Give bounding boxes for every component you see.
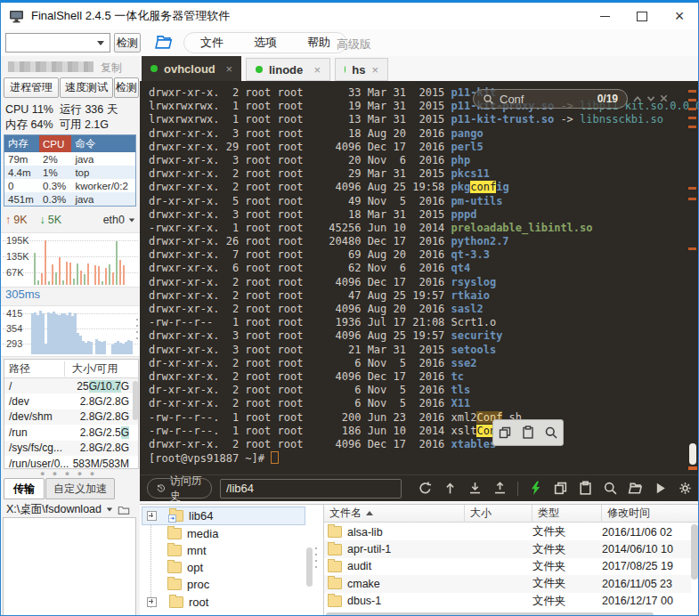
chevron-down-icon[interactable] [97, 41, 104, 45]
menu-help[interactable]: 帮助 [307, 35, 330, 51]
interface-selector[interactable]: eth0 [103, 214, 125, 226]
terminal-line: drwxr-xr-x. 3 root root 18 Mar 31 2015 p… [149, 208, 699, 222]
disk-row[interactable]: /run2.8G/2.5G [4, 425, 138, 440]
paste-icon[interactable] [578, 481, 593, 496]
remote-path-input[interactable] [220, 479, 402, 498]
tree-table-splitter[interactable] [315, 547, 317, 568]
folder-open-icon[interactable] [628, 481, 643, 496]
download-bar [59, 257, 61, 285]
terminal[interactable]: drwxr-xr-x. 2 root root 33 Mar 31 2015 p… [140, 81, 699, 474]
session-tab-linode[interactable]: linode× [246, 58, 330, 81]
file-col-2[interactable]: 类型 [532, 505, 602, 523]
terminal-scrollbar[interactable] [689, 443, 696, 465]
search-match-marker [688, 198, 696, 200]
tree-item-opt[interactable]: opt [147, 559, 203, 577]
refresh-icon[interactable] [418, 481, 433, 496]
history-button[interactable]: 访问历史 [147, 478, 212, 498]
disk-row[interactable]: /run/user/0...583M/583M [4, 456, 138, 469]
chevron-down-icon[interactable] [107, 508, 112, 512]
process-row[interactable]: 79m2%java [4, 152, 136, 166]
terminal-line: drwxr-xr-x. 2 root root 29 Mar 31 2015 p… [149, 167, 699, 181]
process-row[interactable]: 00.3%kworker/0:2 [4, 179, 136, 192]
terminal-line: dr-xr-xr-x. 2 root root 6 Nov 5 2016 X11 [149, 397, 699, 410]
terminal-line: drwxr-xr-x. 7 root root 69 Aug 20 2016 q… [149, 248, 699, 262]
process-row[interactable]: 4.4m1%top [4, 166, 136, 179]
expander-icon[interactable] [147, 511, 157, 521]
process-col-1[interactable]: CPU [39, 135, 71, 153]
file-row-audit[interactable]: audit文件夹2017/08/25 19 [324, 558, 691, 575]
memory-stats: 内存 64% 可用 2.1G [5, 118, 109, 133]
detect-button[interactable]: 检测 [114, 33, 141, 53]
file-col-3[interactable]: 修改时间 [602, 505, 699, 523]
file-row-cmake[interactable]: cmake文件夹2016/11/05 23 [324, 575, 691, 592]
disk-row[interactable]: /25G/10.7G [4, 378, 138, 393]
search-close-icon[interactable] [658, 93, 670, 104]
disk-table-scrollbar[interactable] [133, 381, 138, 420]
open-connection-folder-icon[interactable] [154, 34, 174, 50]
maximize-button[interactable] [623, 4, 661, 28]
sidebar-splitter[interactable] [136, 319, 138, 339]
session-tab-hs[interactable]: hs× [335, 58, 388, 81]
disk-row[interactable]: /sys/fs/cg...2.8G/2.8G [4, 441, 138, 456]
tree-item-media[interactable]: media [147, 524, 218, 542]
file-table-hscrollbar[interactable] [326, 612, 654, 616]
tab-close-icon[interactable]: × [313, 63, 321, 77]
tree-item-proc[interactable]: proc [147, 576, 209, 594]
process-col-2[interactable]: 命令 [71, 135, 135, 153]
process-manager-button[interactable]: 进程管理 [4, 77, 59, 98]
copy-icon[interactable] [498, 426, 512, 440]
advanced-version-label[interactable]: 高级版 [337, 36, 371, 53]
close-button[interactable]: × [661, 4, 698, 28]
up-icon[interactable] [443, 481, 458, 496]
tree-item-mnt[interactable]: mnt [147, 542, 207, 560]
session-tab-ovhcloud[interactable]: ovhcloud× [142, 56, 241, 81]
disk-row[interactable]: /dev2.8G/2.8G [4, 393, 138, 409]
tab-custom-accel[interactable]: 自定义加速 [45, 478, 115, 499]
upload-bar [34, 253, 36, 285]
host-search-input[interactable] [6, 34, 95, 52]
window-title: FinalShell 2.4.5 一体化服务器管理软件 [31, 8, 230, 24]
download-icon[interactable] [467, 481, 483, 496]
tab-close-icon[interactable]: × [371, 63, 378, 77]
search-icon[interactable] [544, 426, 558, 440]
search-icon[interactable] [603, 481, 618, 496]
copy-host-button[interactable]: 复制 [101, 61, 122, 76]
file-col-1[interactable]: 大小 [465, 505, 532, 523]
lightning-icon[interactable] [528, 481, 543, 496]
search-next-icon[interactable] [645, 93, 657, 105]
chevron-down-icon[interactable] [129, 218, 134, 222]
file-table-vscrollbar[interactable] [691, 524, 698, 580]
tree-scrollbar[interactable] [306, 547, 313, 587]
menu-file[interactable]: 文件 [200, 35, 224, 51]
tab-close-icon[interactable]: × [225, 62, 232, 76]
tree-item-lib64[interactable]: ➜lib64 [147, 507, 213, 525]
tree-item-root[interactable]: root [147, 594, 208, 612]
minimize-button[interactable] [586, 4, 623, 28]
upload-icon[interactable] [492, 481, 508, 496]
file-row-alsa-lib[interactable]: alsa-lib文件夹2016/11/06 02 [324, 523, 691, 540]
disk-row[interactable]: /dev/shm2.8G/2.8G [4, 409, 138, 425]
file-row-dbus-1[interactable]: dbus-1文件夹2016/12/17 00 [324, 593, 691, 610]
upload-bar [116, 241, 118, 285]
menu-options[interactable]: 选项 [254, 35, 277, 51]
expander-icon[interactable] [147, 597, 157, 607]
folder-icon[interactable] [118, 505, 130, 515]
speed-test-button[interactable]: 速度测试 [60, 77, 113, 98]
terminal-search-bar[interactable]: Conf 0/19 [473, 89, 628, 109]
tab-transfer[interactable]: 传输 [4, 478, 45, 499]
download-folder-path[interactable]: X:\桌面\fsdownload [6, 502, 130, 517]
search-query[interactable]: Conf [500, 93, 592, 106]
host-search-combo[interactable] [5, 33, 110, 53]
file-row-apr-util-1[interactable]: apr-util-1文件夹2014/06/10 10 [324, 540, 691, 557]
run-icon[interactable] [653, 481, 668, 496]
copy-icon[interactable] [553, 481, 568, 496]
process-row[interactable]: 451m0.3%java [4, 192, 136, 207]
settings-icon[interactable] [678, 481, 693, 496]
process-col-0[interactable]: 内存 [4, 135, 40, 153]
paste-icon[interactable] [521, 426, 535, 440]
terminal-toolbar: 访问历史 [140, 474, 699, 501]
search-prev-icon[interactable] [631, 93, 644, 105]
detect-side-button[interactable]: 检测 [114, 77, 139, 98]
file-table: 文件名大小类型修改时间 alsa-lib文件夹2016/11/06 02apr-… [323, 505, 699, 616]
file-col-0[interactable]: 文件名 [324, 505, 465, 523]
